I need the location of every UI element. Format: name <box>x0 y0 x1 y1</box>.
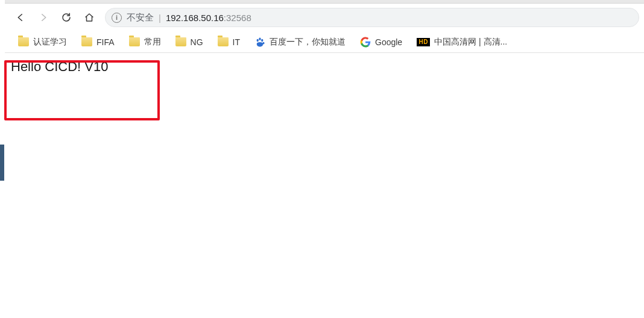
bookmark-link-google[interactable]: Google <box>354 34 408 51</box>
back-button[interactable] <box>10 7 31 28</box>
bookmark-label: NG <box>191 37 203 47</box>
bookmark-folder[interactable]: NG <box>169 34 209 51</box>
bookmark-folder[interactable]: FIFA <box>75 34 121 51</box>
site-info-icon[interactable]: i <box>112 13 122 23</box>
folder-icon <box>81 37 92 46</box>
bookmark-folder[interactable]: IT <box>212 34 246 51</box>
svg-point-0 <box>257 39 259 42</box>
baidu-icon <box>254 37 265 48</box>
bookmark-link-hd[interactable]: HD 中国高清网 | 高清... <box>411 34 513 51</box>
bookmarks-bar: 认证学习 FIFA 常用 NG IT 百度一下，你知就道 G <box>5 31 644 53</box>
svg-point-2 <box>261 39 263 42</box>
nav-toolbar: i 不安全 | 192.168.50.16:32568 <box>5 4 644 31</box>
bookmark-folder[interactable]: 认证学习 <box>12 34 73 51</box>
folder-icon <box>129 37 140 46</box>
url-host: 192.168.50.16 <box>166 13 224 23</box>
page-body-text: Hello CICD! V10 <box>11 59 108 74</box>
browser-chrome: i 不安全 | 192.168.50.16:32568 认证学习 FIFA 常用… <box>5 0 644 53</box>
bookmark-label: Google <box>375 37 402 47</box>
hd-icon: HD <box>417 38 430 46</box>
window-edge-strip <box>0 0 5 318</box>
bookmark-label: 认证学习 <box>33 37 67 48</box>
reload-button[interactable] <box>55 7 77 28</box>
folder-icon <box>175 37 186 46</box>
url-port: :32568 <box>224 13 251 23</box>
bookmark-label: 中国高清网 | 高清... <box>434 37 507 48</box>
bookmark-folder[interactable]: 常用 <box>123 34 167 51</box>
security-label: 不安全 <box>127 12 154 23</box>
separator: | <box>159 13 161 23</box>
address-bar[interactable]: i 不安全 | 192.168.50.16:32568 <box>105 8 639 27</box>
folder-icon <box>218 37 229 46</box>
url-text: 192.168.50.16:32568 <box>166 13 251 23</box>
bookmark-label: 百度一下，你知就道 <box>270 37 346 48</box>
folder-icon <box>18 37 29 46</box>
home-button[interactable] <box>78 7 100 28</box>
svg-point-1 <box>259 37 260 40</box>
forward-button[interactable] <box>33 7 54 28</box>
bookmark-label: 常用 <box>144 37 161 48</box>
bookmark-label: FIFA <box>96 37 115 47</box>
google-icon <box>360 37 371 48</box>
bookmark-link-baidu[interactable]: 百度一下，你知就道 <box>248 34 352 51</box>
bookmark-label: IT <box>233 37 240 47</box>
page-content: Hello CICD! V10 <box>5 54 644 318</box>
